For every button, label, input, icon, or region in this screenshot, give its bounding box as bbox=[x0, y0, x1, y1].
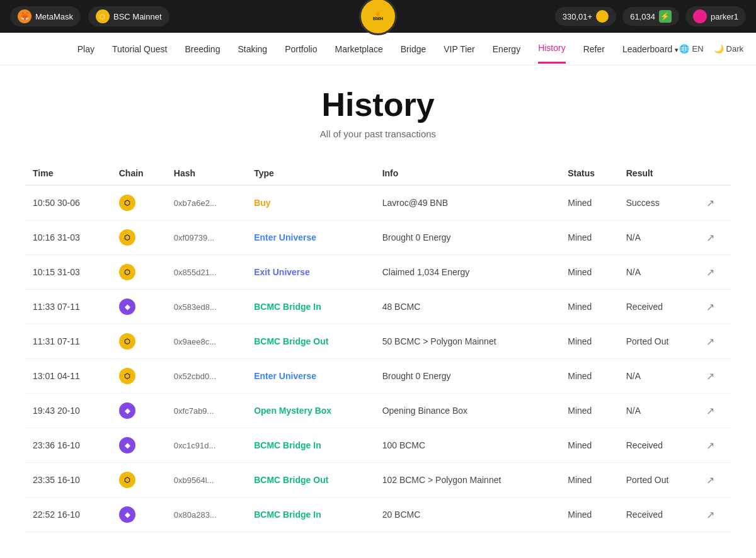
nav-leaderboard[interactable]: Leaderboard ▾ bbox=[622, 35, 679, 63]
cell-chain: ◆ bbox=[112, 428, 166, 463]
external-link-icon[interactable]: ↗︎ bbox=[706, 509, 714, 521]
token1-value: 330,01+ bbox=[563, 12, 592, 21]
cell-link[interactable]: ↗︎ bbox=[699, 463, 731, 498]
topbar-left: 🦊 MetaMask ⬡ BSC Mainnet bbox=[10, 6, 169, 26]
nav-history[interactable]: History bbox=[538, 34, 566, 64]
cell-time: 10:50 30-06 bbox=[25, 185, 112, 220]
cell-hash: 0x52cbd0... bbox=[166, 359, 246, 394]
table-row: 11:31 07-11 ⬡ 0x9aee8c... BCMC Bridge Ou… bbox=[25, 324, 731, 359]
nav-right-controls: 🌐 EN 🌙 Dark bbox=[679, 44, 743, 54]
external-link-icon[interactable]: ↗︎ bbox=[706, 474, 714, 486]
cell-link[interactable]: ↗︎ bbox=[699, 290, 731, 324]
cell-status: Mined bbox=[560, 394, 619, 428]
nav-play[interactable]: Play bbox=[77, 35, 94, 63]
nav-breeding[interactable]: Breeding bbox=[185, 35, 220, 63]
cell-status: Mined bbox=[560, 255, 619, 290]
cell-status: Mined bbox=[560, 220, 619, 255]
nav-portfolio[interactable]: Portfolio bbox=[285, 35, 317, 63]
cell-chain: ⬡ bbox=[112, 185, 166, 220]
topbar-center: 🔶BMH bbox=[359, 0, 397, 35]
metamask-label: MetaMask bbox=[35, 12, 73, 21]
col-hash: Hash bbox=[166, 162, 246, 185]
chain-icon-bnb: ⬡ bbox=[119, 195, 135, 211]
cell-link[interactable]: ↗︎ bbox=[699, 185, 731, 220]
logo[interactable]: 🔶BMH bbox=[359, 0, 397, 35]
nav-marketplace[interactable]: Marketplace bbox=[335, 35, 383, 63]
cell-link[interactable]: ↗︎ bbox=[699, 498, 731, 532]
moon-icon: 🌙 bbox=[714, 44, 724, 54]
cell-info: 48 BCMC bbox=[375, 290, 561, 324]
cell-info: Claimed 1,034 Energy bbox=[375, 255, 561, 290]
chain-icon-poly: ◆ bbox=[119, 506, 135, 523]
cell-type: Enter Universe bbox=[246, 359, 374, 394]
table-body: 10:50 30-06 ⬡ 0xb7a6e2... Buy Lavroc@49 … bbox=[25, 185, 731, 532]
external-link-icon[interactable]: ↗︎ bbox=[706, 405, 714, 417]
network-label: BSC Mainnet bbox=[113, 12, 162, 21]
table-row: 22:52 16-10 ◆ 0x80a283... BCMC Bridge In… bbox=[25, 498, 731, 532]
bsc-badge[interactable]: ⬡ BSC Mainnet bbox=[88, 6, 169, 26]
token1-badge: 330,01+ bbox=[555, 7, 616, 26]
external-link-icon[interactable]: ↗︎ bbox=[706, 266, 714, 278]
lang-switcher[interactable]: 🌐 EN bbox=[679, 44, 703, 54]
cell-info: Brought 0 Energy bbox=[375, 359, 561, 394]
cell-link[interactable]: ↗︎ bbox=[699, 255, 731, 290]
cell-info: Opening Binance Box bbox=[375, 394, 561, 428]
cell-info: Brought 0 Energy bbox=[375, 220, 561, 255]
token2-badge: 61,034 ⚡ bbox=[622, 7, 679, 26]
chain-icon-bnb: ⬡ bbox=[119, 472, 135, 488]
cell-type: Exit Universe bbox=[246, 255, 374, 290]
page-subtitle: All of your past transactions bbox=[25, 128, 731, 139]
cell-type: BCMC Bridge In bbox=[246, 498, 374, 532]
cell-time: 23:35 16-10 bbox=[25, 463, 112, 498]
cell-link[interactable]: ↗︎ bbox=[699, 394, 731, 428]
external-link-icon[interactable]: ↗︎ bbox=[706, 197, 714, 209]
nav-energy[interactable]: Energy bbox=[493, 35, 520, 63]
cell-type: BCMC Bridge Out bbox=[246, 463, 374, 498]
chain-icon-poly: ◆ bbox=[119, 437, 135, 453]
cell-result: N/A bbox=[619, 359, 699, 394]
col-chain: Chain bbox=[112, 162, 166, 185]
navbar: Play Tutorial Quest Breeding Staking Por… bbox=[0, 33, 756, 65]
cell-time: 10:16 31-03 bbox=[25, 220, 112, 255]
nav-vip[interactable]: VIP Tier bbox=[444, 35, 475, 63]
cell-link[interactable]: ↗︎ bbox=[699, 324, 731, 359]
user-badge[interactable]: parker1 bbox=[685, 6, 746, 26]
page-title: History bbox=[25, 86, 731, 123]
nav-refer[interactable]: Refer bbox=[583, 35, 605, 63]
cell-info: Lavroc@49 BNB bbox=[375, 185, 561, 220]
cell-result: Received bbox=[619, 498, 699, 532]
table-row: 19:43 20-10 ◆ 0xfc7ab9... Open Mystery B… bbox=[25, 394, 731, 428]
metamask-badge[interactable]: 🦊 MetaMask bbox=[10, 6, 81, 26]
cell-chain: ⬡ bbox=[112, 220, 166, 255]
chain-icon-poly: ◆ bbox=[119, 299, 135, 315]
cell-time: 10:15 31-03 bbox=[25, 255, 112, 290]
external-link-icon[interactable]: ↗︎ bbox=[706, 301, 714, 313]
cell-link[interactable]: ↗︎ bbox=[699, 220, 731, 255]
col-link bbox=[699, 162, 731, 185]
cell-chain: ◆ bbox=[112, 498, 166, 532]
external-link-icon[interactable]: ↗︎ bbox=[706, 232, 714, 244]
cell-link[interactable]: ↗︎ bbox=[699, 428, 731, 463]
external-link-icon[interactable]: ↗︎ bbox=[706, 440, 714, 452]
theme-switcher[interactable]: 🌙 Dark bbox=[714, 44, 743, 54]
external-link-icon[interactable]: ↗︎ bbox=[706, 370, 714, 382]
external-link-icon[interactable]: ↗︎ bbox=[706, 336, 714, 348]
table-row: 10:16 31-03 ⬡ 0xf09739... Enter Universe… bbox=[25, 220, 731, 255]
cell-chain: ⬡ bbox=[112, 463, 166, 498]
nav-tutorial[interactable]: Tutorial Quest bbox=[112, 35, 167, 63]
table-row: 23:35 16-10 ⬡ 0xb9564l... BCMC Bridge Ou… bbox=[25, 463, 731, 498]
cell-status: Mined bbox=[560, 428, 619, 463]
cell-chain: ⬡ bbox=[112, 324, 166, 359]
chain-icon-bnb: ⬡ bbox=[119, 229, 135, 246]
cell-info: 50 BCMC > Polygon Mainnet bbox=[375, 324, 561, 359]
cell-status: Mined bbox=[560, 463, 619, 498]
cell-result: Ported Out bbox=[619, 324, 699, 359]
cell-link[interactable]: ↗︎ bbox=[699, 359, 731, 394]
theme-label: Dark bbox=[726, 44, 743, 54]
cell-info: 102 BCMC > Polygon Mainnet bbox=[375, 463, 561, 498]
nav-bridge[interactable]: Bridge bbox=[401, 35, 426, 63]
nav-staking[interactable]: Staking bbox=[238, 35, 267, 63]
cell-time: 22:52 16-10 bbox=[25, 498, 112, 532]
col-time: Time bbox=[25, 162, 112, 185]
cell-type: Buy bbox=[246, 185, 374, 220]
